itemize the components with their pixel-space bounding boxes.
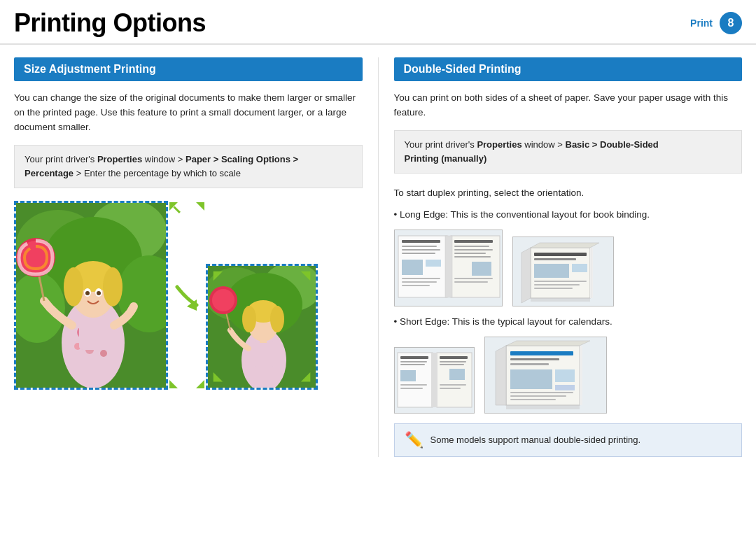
top-arrows — [168, 201, 206, 216]
double-sided-instruction-box: Your print driver's Properties window > … — [394, 130, 743, 174]
book-image-long-edge-2 — [512, 237, 614, 306]
bottom-arrows — [168, 374, 206, 390]
svg-rect-66 — [454, 256, 491, 258]
duplex-orientation-label: To start duplex printing, select the ori… — [394, 186, 743, 201]
svg-rect-92 — [400, 384, 427, 386]
svg-point-10 — [100, 350, 107, 357]
arrow-up-right-icon — [190, 201, 206, 216]
note-icon: ✏️ — [405, 431, 424, 449]
svg-rect-94 — [440, 356, 468, 359]
properties-bold: Properties — [97, 154, 142, 164]
svg-rect-26 — [173, 206, 181, 213]
book-image-short-edge-2 — [484, 337, 607, 414]
right-column: Double-Sided Printing You can print on b… — [394, 57, 743, 457]
svg-point-20 — [85, 291, 90, 295]
svg-rect-82 — [534, 288, 573, 289]
girl-image-large — [16, 203, 166, 388]
girl-image-small — [208, 266, 316, 388]
large-image-frame — [14, 201, 168, 390]
svg-rect-56 — [402, 253, 435, 254]
double-sided-description: You can print on both sides of a sheet o… — [394, 91, 743, 120]
size-adjustment-header: Size Adjustment Printing — [14, 57, 363, 81]
curved-arrow-icon — [172, 280, 202, 311]
svg-rect-69 — [454, 281, 488, 283]
page-header: Printing Options Print 8 — [0, 0, 756, 45]
svg-rect-58 — [426, 260, 441, 267]
svg-point-21 — [97, 291, 101, 295]
size-illustration — [14, 201, 363, 390]
svg-rect-113 — [510, 399, 556, 400]
size-adjustment-description: You can change the size of the original … — [14, 91, 363, 135]
svg-rect-57 — [402, 260, 423, 275]
svg-rect-108 — [510, 369, 552, 389]
center-arrow — [172, 280, 202, 311]
note-text: Some models support manual double-sided … — [430, 435, 641, 445]
svg-rect-76 — [534, 253, 587, 256]
instruction-text-suffix: > Enter the percentage by which to scale — [74, 168, 241, 178]
arrow-up-left-icon — [168, 201, 183, 216]
book-image-long-edge-1 — [394, 230, 503, 306]
svg-rect-89 — [400, 361, 427, 362]
svg-rect-87 — [431, 353, 438, 407]
long-edge-books-row — [394, 230, 743, 306]
note-box: ✏️ Some models support manual double-sid… — [394, 423, 743, 457]
svg-rect-59 — [402, 278, 440, 279]
svg-rect-98 — [440, 384, 466, 386]
arrows-container — [168, 201, 206, 390]
svg-rect-12 — [79, 315, 107, 350]
svg-rect-111 — [510, 392, 573, 393]
svg-rect-52 — [445, 236, 452, 297]
svg-marker-29 — [169, 380, 178, 388]
svg-rect-54 — [402, 246, 437, 247]
svg-rect-79 — [572, 264, 587, 272]
svg-point-41 — [270, 306, 284, 332]
svg-rect-97 — [449, 369, 465, 380]
svg-rect-105 — [510, 351, 573, 355]
svg-marker-73 — [531, 243, 599, 248]
header-right: Print 8 — [690, 12, 742, 34]
long-edge-description: • Long Edge: This is the conventional la… — [394, 208, 743, 223]
small-image-frame — [206, 264, 318, 390]
arrow-down-left-icon — [168, 374, 183, 390]
svg-point-44 — [212, 289, 234, 311]
book-image-short-edge-1 — [394, 347, 475, 414]
double-sided-header: Double-Sided Printing — [394, 57, 743, 81]
svg-rect-95 — [440, 361, 466, 362]
svg-rect-81 — [534, 284, 580, 285]
left-column: Size Adjustment Printing You can change … — [14, 57, 363, 457]
paper-scaling-bold: Paper > Scaling Options > — [186, 154, 298, 164]
svg-rect-109 — [555, 369, 575, 382]
svg-rect-64 — [454, 249, 493, 251]
svg-rect-88 — [400, 356, 428, 359]
page-title: Printing Options — [14, 8, 206, 38]
ds-instruction-prefix: Your print driver's — [405, 139, 477, 150]
svg-rect-67 — [472, 262, 491, 276]
svg-rect-112 — [510, 395, 566, 397]
percentage-bold: Percentage — [24, 168, 74, 178]
svg-rect-110 — [555, 385, 575, 390]
svg-marker-27 — [196, 202, 204, 211]
main-content: Size Adjustment Printing You can change … — [0, 45, 756, 464]
svg-rect-61 — [402, 285, 430, 286]
page-badge: 8 — [720, 12, 742, 34]
svg-rect-36 — [253, 341, 274, 367]
instruction-text-prefix: Your print driver's — [24, 154, 97, 164]
svg-rect-90 — [400, 364, 425, 365]
ds-properties-bold: Properties — [477, 139, 522, 150]
column-divider — [378, 57, 379, 457]
svg-rect-83 — [531, 298, 590, 302]
ds-instruction-mid: window > — [522, 139, 566, 150]
size-adjustment-instruction-box: Your print driver's Properties window > … — [14, 145, 363, 188]
svg-rect-80 — [534, 281, 587, 282]
svg-rect-77 — [534, 258, 576, 260]
svg-rect-99 — [440, 388, 461, 389]
svg-rect-114 — [506, 405, 580, 409]
svg-rect-78 — [534, 264, 569, 278]
svg-rect-96 — [440, 364, 464, 365]
svg-point-17 — [103, 267, 122, 306]
short-edge-description: • Short Edge: This is the typical layout… — [394, 315, 743, 330]
instruction-text-mid: window > — [142, 154, 186, 164]
svg-rect-91 — [400, 370, 416, 381]
svg-rect-63 — [454, 246, 489, 247]
svg-rect-68 — [454, 278, 493, 279]
